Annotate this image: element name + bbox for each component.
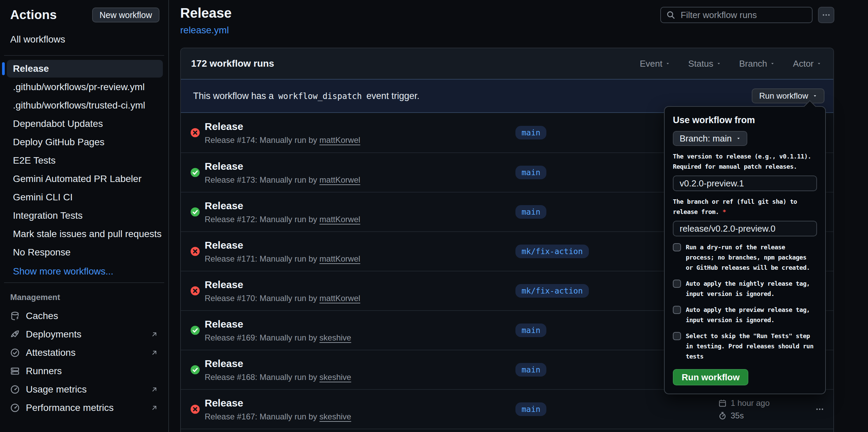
sidebar-workflow-item[interactable]: Mark stale issues and pull requests — [7, 225, 163, 243]
run-actor-link[interactable]: mattKorwel — [320, 294, 360, 303]
branch-badge[interactable]: main — [515, 205, 546, 219]
branch-badge[interactable]: main — [515, 126, 546, 139]
sidebar-workflow-item-selected[interactable]: Release — [7, 60, 163, 78]
field-input[interactable] — [673, 176, 817, 191]
show-more-workflows-link[interactable]: Show more workflows... — [0, 262, 168, 280]
sidebar-workflow-item[interactable]: Deploy GitHub Pages — [7, 133, 163, 151]
run-title-link[interactable]: Release — [205, 239, 360, 251]
verified-icon — [10, 348, 20, 358]
run-actor-link[interactable]: skeshive — [320, 372, 351, 382]
run-actor-link[interactable]: skeshive — [320, 333, 351, 342]
checkbox[interactable] — [673, 280, 681, 288]
external-link-icon — [151, 404, 158, 412]
run-title-link[interactable]: Release — [205, 397, 351, 409]
kebab-icon — [822, 11, 830, 19]
sidebar-management-item[interactable]: Runners — [0, 362, 168, 380]
workflow-options-button[interactable] — [818, 7, 834, 23]
filter-workflow-runs-input[interactable] — [680, 10, 806, 21]
run-options-button[interactable] — [803, 405, 824, 413]
sidebar-workflow-item[interactable]: .github/workflows/pr-review.yml — [7, 78, 163, 96]
sidebar-item-all-workflows[interactable]: All workflows — [0, 22, 168, 53]
run-title-link[interactable]: Release — [205, 318, 351, 330]
sidebar-workflow-label: Deploy GitHub Pages — [13, 137, 104, 147]
sidebar-divider — [4, 282, 164, 283]
sidebar-workflow-item[interactable]: Dependabot Updates — [7, 115, 163, 133]
sidebar-management-item[interactable]: Performance metrics — [0, 399, 168, 417]
banner-text: This workflow has a workflow_dispatch ev… — [193, 91, 420, 101]
sidebar-management-item[interactable]: Usage metrics — [0, 380, 168, 399]
run-title-link[interactable]: Release — [205, 200, 360, 212]
runs-filter-actor[interactable]: Actor — [793, 59, 821, 69]
runs-filter-branch[interactable]: Branch — [739, 59, 775, 69]
server-icon — [10, 366, 20, 376]
sidebar-workflow-label: Mark stale issues and pull requests — [13, 229, 161, 239]
failure-icon — [190, 404, 200, 414]
workflow-file-link[interactable]: release.yml — [180, 25, 232, 36]
management-item-label: Deployments — [26, 329, 81, 340]
sidebar-management-item[interactable]: Deployments — [0, 325, 168, 344]
kebab-icon — [816, 405, 824, 413]
popup-checkbox-row: Auto apply the nightly release tag, inpu… — [673, 279, 817, 299]
sidebar-management-item[interactable]: Attestations — [0, 344, 168, 362]
workflow-title: Release — [180, 5, 232, 21]
run-workflow-dropdown-button[interactable]: Run workflow — [752, 88, 824, 103]
sidebar-workflow-item[interactable]: Gemini Automated PR Labeler — [7, 170, 163, 188]
meter-icon — [10, 403, 20, 413]
sidebar-workflow-item[interactable]: No Response — [7, 244, 163, 261]
branch-badge[interactable]: mk/fix-action — [515, 284, 589, 298]
banner-text-before: This workflow has a — [193, 91, 274, 101]
runs-filter-status[interactable]: Status — [688, 59, 721, 69]
run-actor-link[interactable]: mattKorwel — [320, 175, 360, 184]
branch-badge[interactable]: main — [515, 363, 546, 377]
run-description: Release #169: Manually run by skeshive — [205, 333, 351, 343]
run-description: Release #171: Manually run by mattKorwel — [205, 254, 360, 264]
popup-field: The version to release (e.g., v0.1.11). … — [673, 151, 817, 191]
chevron-down-icon — [813, 94, 817, 98]
checkbox[interactable] — [673, 332, 681, 340]
run-meta: 1 hour ago 35s — [718, 398, 803, 420]
sidebar-workflow-label: Integration Tests — [13, 210, 83, 221]
new-workflow-button[interactable]: New workflow — [92, 7, 159, 22]
cache-icon — [10, 311, 20, 321]
branch-badge[interactable]: main — [515, 323, 546, 337]
branch-badge[interactable]: mk/fix-action — [515, 245, 589, 258]
branch-badge[interactable]: main — [515, 402, 546, 416]
filter-label: Event — [640, 59, 663, 69]
field-label: The version to release (e.g., v0.1.11). … — [673, 151, 818, 172]
popup-checkbox-row: Select to skip the "Run Tests" step in t… — [673, 331, 817, 362]
run-title-link[interactable]: Release — [205, 358, 351, 369]
run-duration: 35s — [731, 411, 744, 420]
run-actor-link[interactable]: skeshive — [320, 412, 351, 421]
external-link-icon — [151, 349, 158, 356]
runs-filter-event[interactable]: Event — [640, 59, 670, 69]
run-title-link[interactable]: Release — [205, 121, 360, 132]
checkbox[interactable] — [673, 243, 681, 251]
branch-select-button[interactable]: Branch: main — [673, 131, 747, 146]
sidebar-workflow-item[interactable]: Gemini CLI CI — [7, 188, 163, 206]
run-actor-link[interactable]: mattKorwel — [320, 215, 360, 224]
chevron-down-icon — [736, 136, 741, 140]
run-actor-link[interactable]: mattKorwel — [320, 135, 360, 145]
popup-checkboxes: Run a dry-run of the release process; no… — [673, 242, 817, 362]
run-workflow-submit-button[interactable]: Run workflow — [673, 369, 748, 385]
run-actor-link[interactable]: mattKorwel — [320, 254, 360, 263]
popup-field: The branch or ref (full git sha) to rele… — [673, 197, 817, 236]
search-icon — [666, 11, 675, 19]
workflow-run-row[interactable]: Release Release #167: Manually run by sk… — [181, 389, 833, 429]
filter-workflow-runs-box — [660, 7, 813, 23]
sidebar-workflow-item[interactable]: .github/workflows/trusted-ci.yml — [7, 97, 163, 114]
sidebar-workflow-item[interactable]: Integration Tests — [7, 207, 163, 225]
field-input[interactable] — [673, 221, 817, 236]
page-title: Actions — [10, 8, 57, 22]
sidebar-workflow-item[interactable]: E2E Tests — [7, 152, 163, 169]
banner-code: workflow_dispatch — [276, 92, 364, 101]
run-title-link[interactable]: Release — [205, 161, 360, 172]
external-link-icon — [151, 386, 158, 393]
branch-badge[interactable]: main — [515, 166, 546, 179]
run-title-link[interactable]: Release — [205, 279, 360, 290]
sidebar-management-item[interactable]: Caches — [0, 307, 168, 325]
calendar-icon — [718, 399, 727, 407]
runs-count: 172 workflow runs — [191, 58, 274, 69]
run-description: Release #174: Manually run by mattKorwel — [205, 135, 360, 145]
checkbox[interactable] — [673, 306, 681, 314]
